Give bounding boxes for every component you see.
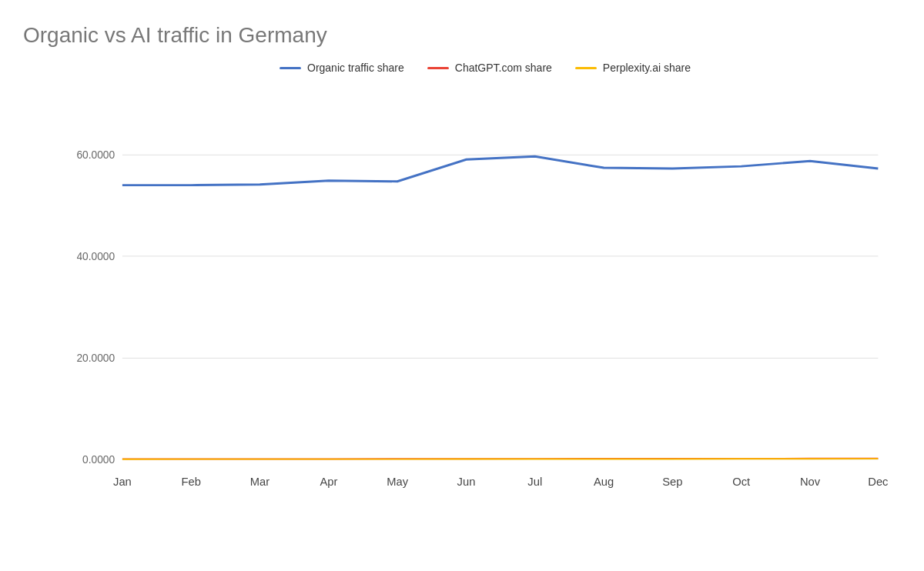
chart-title: Organic vs AI traffic in Germany: [23, 23, 909, 48]
y-label-20: 20.0000: [77, 352, 115, 364]
legend-item-perplexity: Perplexity.ai share: [575, 62, 691, 74]
legend-color-chatgpt: [427, 67, 449, 69]
chart-area: 60.0000 40.0000 20.0000 0.0000 Jan Feb M…: [77, 89, 893, 513]
legend-color-organic: [280, 67, 301, 69]
y-label-40: 40.0000: [77, 251, 115, 262]
legend-item-organic: Organic traffic share: [280, 62, 404, 74]
x-label-jun: Jun: [457, 476, 476, 488]
x-label-jul: Jul: [527, 476, 542, 488]
y-label-0: 0.0000: [82, 454, 115, 466]
chart-container: Organic vs AI traffic in Germany Organic…: [0, 0, 924, 571]
legend-label-chatgpt: ChatGPT.com share: [455, 62, 552, 74]
legend-label-perplexity: Perplexity.ai share: [603, 62, 691, 74]
x-label-feb: Feb: [182, 476, 201, 488]
x-label-apr: Apr: [320, 476, 337, 488]
legend-label-organic: Organic traffic share: [307, 62, 404, 74]
x-label-jan: Jan: [113, 476, 132, 488]
legend: Organic traffic share ChatGPT.com share …: [62, 62, 909, 74]
x-label-dec: Dec: [868, 476, 888, 488]
x-label-sep: Sep: [662, 476, 682, 488]
x-label-mar: Mar: [250, 476, 270, 488]
x-label-nov: Nov: [800, 476, 821, 488]
x-label-aug: Aug: [594, 476, 614, 488]
organic-line: [122, 156, 878, 185]
chart-svg: 60.0000 40.0000 20.0000 0.0000 Jan Feb M…: [77, 89, 893, 513]
legend-item-chatgpt: ChatGPT.com share: [427, 62, 552, 74]
legend-color-perplexity: [575, 67, 597, 69]
y-label-60: 60.0000: [77, 149, 115, 161]
perplexity-line: [122, 459, 878, 459]
x-label-oct: Oct: [732, 476, 750, 488]
x-label-may: May: [387, 476, 408, 488]
